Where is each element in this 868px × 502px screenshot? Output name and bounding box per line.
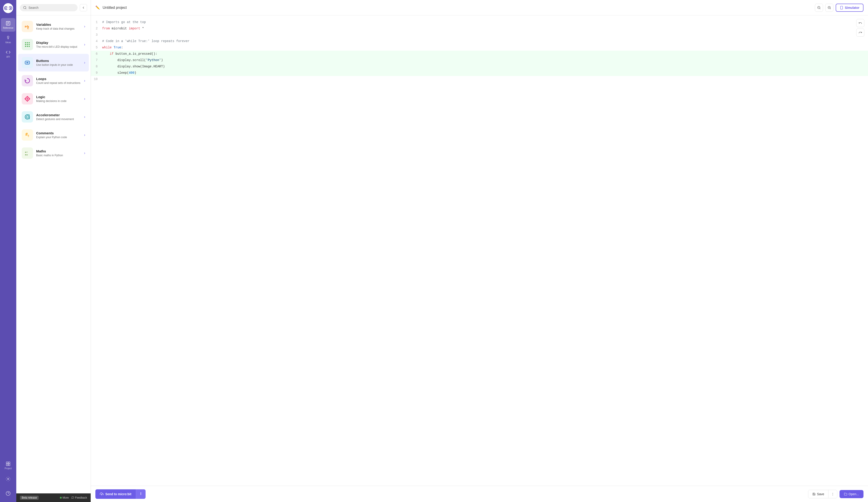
redo-button[interactable] [856,29,865,37]
svg-point-28 [25,46,26,47]
logic-text: Logic Making decisions in code [36,95,84,103]
sidebar-item-loops[interactable]: Loops Count and repeat sets of instructi… [18,72,89,90]
svg-text:×÷: ×÷ [25,153,28,156]
save-icon [813,492,816,496]
line-content-1: # Imports go at the top [102,19,146,25]
svg-point-9 [7,36,9,38]
variables-text: Variables Keep track of data that change… [36,23,84,30]
loops-icon [22,75,33,86]
svg-line-19 [25,8,26,9]
open-icon [844,492,847,496]
project-title[interactable]: Untitled project [103,6,127,10]
code-line-3: 3 [91,32,868,38]
send-more-icon [139,492,142,495]
undo-button[interactable] [856,19,865,27]
accelerometer-title: Accelerometer [36,113,84,117]
line-num-3: 3 [91,32,102,38]
accelerometer-text: Accelerometer Detect gestures and moveme… [36,113,84,121]
line-content-6: if button_a.is_pressed(): [102,51,157,57]
svg-point-23 [27,42,28,43]
comments-desc: Explain your Python code [36,136,84,139]
save-more-button[interactable]: ⋮ [828,490,837,498]
ideas-label: Ideas [6,41,11,44]
line-content-10 [102,76,104,82]
send-label: Send to micro:bit [105,492,131,496]
code-line-9: 9 sleep(400) [91,70,868,76]
logic-icon [22,93,33,104]
search-icon [23,6,27,10]
sidebar: Search a= b Variables Keep track of data… [16,0,91,502]
main-area: ✏️ Untitled project [91,0,868,502]
sidebar-item-reference[interactable]: Reference [1,18,16,32]
logic-title: Logic [36,95,84,99]
code-editor[interactable]: 1 # Imports go at the top 2 from microbi… [91,16,868,486]
variables-desc: Keep track of data that changes [36,27,84,30]
sidebar-header: Search [16,0,91,16]
display-icon [22,39,33,50]
svg-point-3 [5,8,7,9]
send-button[interactable]: Send to micro:bit [95,489,136,499]
sidebar-item-api[interactable]: API [1,47,16,61]
icon-bar: Reference Ideas API Proj [0,0,16,502]
sidebar-item-accelerometer[interactable]: Accelerometer Detect gestures and moveme… [18,108,89,126]
header-controls: Simulator [815,4,864,12]
more-link[interactable]: More [60,496,69,499]
line-num-1: 1 [91,19,102,25]
code-line-10: 10 [91,76,868,82]
sidebar-item-maths[interactable]: +− ×÷ Maths Basic maths in Python › [18,144,89,162]
sidebar-item-ideas[interactable]: Ideas [1,33,16,46]
code-line-1: 1 # Imports go at the top [91,19,868,25]
feedback-link[interactable]: Feedback [71,496,87,499]
line-num-7: 7 [91,57,102,63]
sidebar-item-buttons[interactable]: Buttons Use button inputs in your code › [18,54,89,71]
sidebar-item-project[interactable]: Project [1,459,16,472]
search-box[interactable]: Search [20,4,78,11]
simulator-button[interactable]: Simulator [836,4,864,12]
redo-icon [858,31,862,34]
settings-button[interactable] [1,472,16,486]
send-more-button[interactable] [136,489,146,499]
simulator-label: Simulator [845,6,859,10]
svg-line-44 [830,8,831,9]
loops-arrow: › [84,79,85,83]
help-button[interactable] [1,486,16,500]
accelerometer-icon [22,111,33,123]
beta-badge: Beta release [20,496,39,500]
collapse-icon [82,6,85,10]
accelerometer-desc: Detect gestures and movement [36,117,84,121]
code-line-5: 5 while True: [91,44,868,51]
reference-label: Reference [3,27,13,29]
sidebar-item-variables[interactable]: a= b Variables Keep track of data that c… [18,18,89,35]
sidebar-item-logic[interactable]: Logic Making decisions in code › [18,90,89,107]
status-dot [60,497,62,499]
sidebar-item-display[interactable]: Display The micro:bit's LED display outp… [18,36,89,53]
line-num-8: 8 [91,63,102,69]
zoom-out-button[interactable] [815,4,823,12]
line-content-2: from microbit import * [102,25,144,31]
svg-text:#: # [25,132,28,136]
line-content-3 [102,32,104,38]
line-content-9: sleep(400) [102,70,136,76]
send-button-group: Send to micro:bit [95,489,146,499]
buttons-desc: Use button inputs in your code [36,63,84,66]
simulator-icon [840,6,843,10]
logic-desc: Making decisions in code [36,100,84,103]
zoom-in-button[interactable] [825,4,834,12]
project-label: Project [4,467,11,470]
code-line-6: 6 if button_a.is_pressed(): [91,51,868,57]
svg-point-26 [27,44,28,45]
collapse-button[interactable] [80,4,87,11]
sidebar-item-comments[interactable]: # Comments Explain your Python code › [18,126,89,144]
loops-desc: Count and repeat sets of instructions [36,81,84,84]
svg-point-52 [141,494,141,495]
maths-arrow: › [84,151,85,155]
sidebar-bottom: Beta release More Feedback [16,493,91,502]
sidebar-content: a= b Variables Keep track of data that c… [16,16,91,493]
code-line-2: 2 from microbit import * [91,25,868,32]
svg-point-27 [29,44,30,45]
line-num-2: 2 [91,25,102,31]
line-num-10: 10 [91,76,102,82]
open-button[interactable]: Open... [839,490,864,498]
logo[interactable] [0,0,16,16]
save-button[interactable]: Save [808,490,828,498]
